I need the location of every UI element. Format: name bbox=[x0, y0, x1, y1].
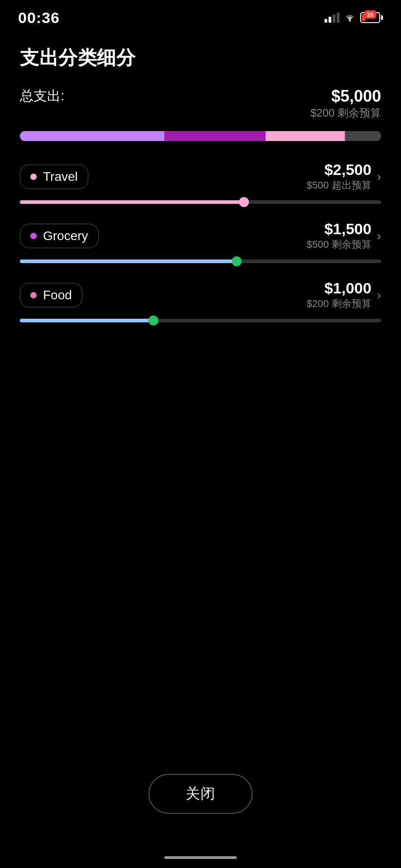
category-header-travel: Travel $2,500 $500 超出预算 › bbox=[20, 161, 381, 192]
food-values: $1,000 $200 剩余预算 › bbox=[307, 279, 381, 311]
food-progress-thumb[interactable] bbox=[148, 316, 158, 326]
grocery-dot bbox=[30, 233, 37, 239]
travel-chevron-icon[interactable]: › bbox=[377, 170, 381, 184]
overall-progress-bar bbox=[20, 131, 381, 141]
wifi-icon bbox=[344, 13, 356, 22]
page-title: 支出分类细分 bbox=[20, 45, 381, 71]
grocery-progress-thumb[interactable] bbox=[232, 256, 242, 266]
category-item-grocery: Grocery $1,500 $500 剩余预算 › bbox=[20, 220, 381, 263]
category-tag-food[interactable]: Food bbox=[20, 283, 82, 307]
travel-progress-thumb[interactable] bbox=[239, 197, 249, 207]
bar-segment-4 bbox=[345, 131, 381, 141]
travel-progress-fill bbox=[20, 200, 244, 204]
food-chevron-icon[interactable]: › bbox=[377, 288, 381, 302]
total-row: 总支出: $5,000 $200 剩余预算 bbox=[20, 87, 381, 120]
travel-name: Travel bbox=[43, 170, 78, 184]
food-progress-fill bbox=[20, 319, 153, 322]
grocery-name: Grocery bbox=[43, 229, 88, 243]
battery-level: 20 bbox=[364, 10, 376, 19]
grocery-budget: $500 剩余预算 bbox=[307, 238, 372, 251]
category-item-travel: Travel $2,500 $500 超出预算 › bbox=[20, 161, 381, 204]
home-indicator bbox=[164, 856, 237, 859]
main-content: 支出分类细分 总支出: $5,000 $200 剩余预算 Travel $2 bbox=[0, 27, 401, 322]
bar-segment-3 bbox=[266, 131, 345, 141]
total-remaining: $200 剩余预算 bbox=[310, 106, 381, 120]
category-header-food: Food $1,000 $200 剩余预算 › bbox=[20, 279, 381, 311]
travel-dot bbox=[30, 174, 37, 180]
grocery-values: $1,500 $500 剩余预算 › bbox=[307, 220, 381, 251]
total-label: 总支出: bbox=[20, 87, 64, 105]
food-progress-track bbox=[20, 319, 381, 322]
grocery-progress-track bbox=[20, 259, 381, 263]
bar-segment-2 bbox=[164, 131, 265, 141]
close-button-container: 关闭 bbox=[148, 774, 253, 814]
category-tag-grocery[interactable]: Grocery bbox=[20, 224, 99, 248]
status-time: 00:36 bbox=[18, 9, 60, 27]
category-header-grocery: Grocery $1,500 $500 剩余预算 › bbox=[20, 220, 381, 251]
travel-budget: $500 超出预算 bbox=[307, 179, 372, 192]
status-bar: 00:36 20 bbox=[0, 0, 401, 27]
food-amount: $1,000 bbox=[307, 279, 372, 297]
travel-progress-track bbox=[20, 200, 381, 204]
bar-segment-1 bbox=[20, 131, 164, 141]
battery-icon: 20 bbox=[360, 12, 383, 23]
status-icons: 20 bbox=[325, 12, 383, 23]
total-values: $5,000 $200 剩余预算 bbox=[310, 87, 381, 120]
total-amount: $5,000 bbox=[310, 87, 381, 106]
food-dot bbox=[30, 292, 37, 298]
food-name: Food bbox=[43, 288, 72, 302]
grocery-chevron-icon[interactable]: › bbox=[377, 229, 381, 243]
close-button[interactable]: 关闭 bbox=[148, 774, 253, 814]
grocery-progress-fill bbox=[20, 259, 237, 263]
signal-icon bbox=[325, 13, 339, 23]
categories-list: Travel $2,500 $500 超出预算 › bbox=[20, 161, 381, 322]
category-tag-travel[interactable]: Travel bbox=[20, 165, 88, 189]
travel-values: $2,500 $500 超出预算 › bbox=[307, 161, 381, 192]
svg-point-0 bbox=[349, 20, 351, 22]
grocery-amount: $1,500 bbox=[307, 220, 372, 238]
food-budget: $200 剩余预算 bbox=[307, 297, 372, 311]
category-item-food: Food $1,000 $200 剩余预算 › bbox=[20, 279, 381, 322]
travel-amount: $2,500 bbox=[307, 161, 372, 179]
